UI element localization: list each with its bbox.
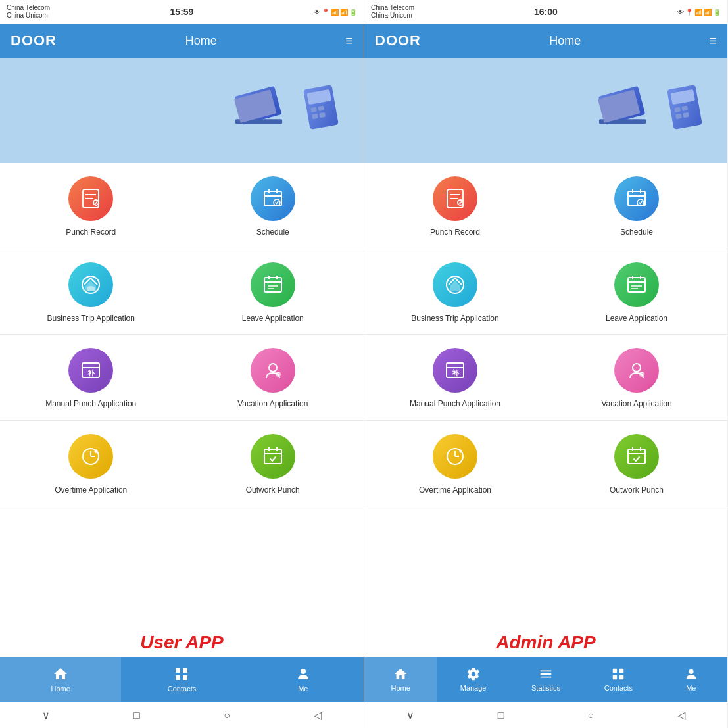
signal-icon: 📶 xyxy=(340,9,348,16)
svg-text:补: 补 xyxy=(451,369,460,377)
svg-rect-35 xyxy=(264,449,281,464)
leave-app-label-right: Leave Application xyxy=(606,314,667,324)
carrier2-right: China Unicom xyxy=(371,12,414,20)
menu-row-3-right: 补 Manual Punch Application Vacation Appl… xyxy=(364,335,727,421)
nav-statistics-right[interactable]: Statistics xyxy=(510,657,582,702)
signal-icons-right: 👁 📍 📶 📶 🔋 xyxy=(677,9,721,16)
circle-btn-right[interactable]: ○ xyxy=(588,710,595,721)
calc-icon-left xyxy=(298,84,344,130)
svg-rect-81 xyxy=(613,669,617,673)
signal-icon-r: 📶 xyxy=(704,9,712,16)
square-btn-right[interactable]: □ xyxy=(498,710,504,721)
wifi-icon-r: 📶 xyxy=(694,9,702,16)
nav-statistics-label-right: Statistics xyxy=(531,684,560,692)
banner-icons-left xyxy=(232,84,344,137)
leave-app-item-left[interactable]: Leave Application xyxy=(182,249,364,335)
menu-button-left[interactable]: ≡ xyxy=(345,34,353,49)
nav-home-right[interactable]: Home xyxy=(364,657,437,702)
menu-row-2-right: Business Trip Application Leave Applicat… xyxy=(364,249,727,335)
menu-row-3-left: 补 Manual Punch Application Vacation Appl… xyxy=(0,335,364,421)
nav-contacts-label-left: Contacts xyxy=(168,685,196,692)
left-phone: China Telecom China Unicom 15:59 👁 📍 📶 📶… xyxy=(0,0,364,728)
svg-rect-19 xyxy=(264,278,281,292)
location-icon-r: 📍 xyxy=(685,9,693,16)
laptop-icon-right xyxy=(596,84,655,137)
schedule-item-left[interactable]: Schedule xyxy=(182,163,364,249)
banner-icons-right xyxy=(596,84,708,137)
svg-rect-84 xyxy=(619,675,623,679)
admin-app-label: Admin APP xyxy=(364,628,727,657)
app-title-left: Home xyxy=(185,34,217,48)
nav-me-right[interactable]: Me xyxy=(655,657,727,702)
nav-contacts-left[interactable]: Contacts xyxy=(121,657,242,702)
menu-row-1-left: Punch Record Schedule xyxy=(0,163,364,249)
carrier-info-right: China Telecom China Unicom xyxy=(371,4,414,20)
nav-me-label-right: Me xyxy=(686,684,696,692)
menu-button-right[interactable]: ≡ xyxy=(709,34,717,49)
app-logo-right: DOOR xyxy=(375,32,421,49)
punch-record-item-right[interactable]: Punch Record xyxy=(364,163,546,249)
vacation-item-left[interactable]: Vacation Application xyxy=(182,335,364,420)
outwork-label-left: Outwork Punch xyxy=(246,485,300,496)
punch-record-item-left[interactable]: Punch Record xyxy=(0,163,182,249)
nav-home-left[interactable]: Home xyxy=(0,657,121,702)
time-right: 16:00 xyxy=(534,7,558,17)
schedule-item-right[interactable]: Schedule xyxy=(546,163,727,249)
outwork-icon-left xyxy=(251,434,295,479)
schedule-icon-right xyxy=(614,176,659,221)
nav-me-left[interactable]: Me xyxy=(243,657,364,702)
menu-row-4-right: Overtime Application Outwork Punch xyxy=(364,421,727,507)
triangle-btn-right[interactable]: ◁ xyxy=(677,709,685,721)
triangle-btn-left[interactable]: ◁ xyxy=(314,709,322,721)
nav-manage-right[interactable]: Manage xyxy=(437,657,509,702)
manual-punch-icon-left: 补 xyxy=(68,348,113,393)
nav-contacts-label-right: Contacts xyxy=(604,684,633,692)
overtime-icon-right xyxy=(433,434,477,479)
square-btn-left[interactable]: □ xyxy=(133,710,140,721)
menu-grid-left: Punch Record Schedule Business Trip Appl… xyxy=(0,163,364,628)
eye-icon-r: 👁 xyxy=(677,9,684,16)
carrier2-left: China Unicom xyxy=(7,12,50,20)
nav-contacts-right[interactable]: Contacts xyxy=(582,657,654,702)
battery-icon: 🔋 xyxy=(349,9,357,16)
app-header-right: DOOR Home ≡ xyxy=(364,24,727,58)
overtime-item-left[interactable]: Overtime Application xyxy=(0,421,182,506)
outwork-item-left[interactable]: Outwork Punch xyxy=(182,421,364,506)
svg-rect-40 xyxy=(183,668,187,673)
manual-punch-label-left: Manual Punch Application xyxy=(45,399,136,410)
menu-row-1-right: Punch Record Schedule xyxy=(364,163,727,249)
app-logo-left: DOOR xyxy=(11,32,57,49)
app-header-left: DOOR Home ≡ xyxy=(0,24,364,58)
manual-punch-item-right[interactable]: 补 Manual Punch Application xyxy=(364,335,546,420)
business-trip-label-right: Business Trip Application xyxy=(411,314,498,324)
circle-btn-left[interactable]: ○ xyxy=(224,710,230,721)
leave-app-item-right[interactable]: Leave Application xyxy=(546,249,727,335)
business-trip-item-left[interactable]: Business Trip Application xyxy=(0,249,182,335)
leave-app-icon-right xyxy=(614,262,659,307)
sys-nav-left: ∨ □ ○ ◁ xyxy=(0,702,364,728)
back-btn-left[interactable]: ∨ xyxy=(42,709,50,721)
vacation-label-right: Vacation Application xyxy=(601,399,671,410)
overtime-item-right[interactable]: Overtime Application xyxy=(364,421,546,506)
vacation-item-right[interactable]: Vacation Application xyxy=(546,335,727,420)
punch-record-label-right: Punch Record xyxy=(430,228,480,238)
leave-app-icon-left xyxy=(251,262,295,307)
user-app-label: User APP xyxy=(0,628,364,657)
menu-row-2-left: Business Trip Application Leave Applicat… xyxy=(0,249,364,335)
eye-icon: 👁 xyxy=(314,9,320,16)
overtime-label-left: Overtime Application xyxy=(55,485,127,496)
outwork-label-right: Outwork Punch xyxy=(610,485,664,496)
business-trip-item-right[interactable]: Business Trip Application xyxy=(364,249,546,335)
back-btn-right[interactable]: ∨ xyxy=(406,709,414,721)
calc-icon-right xyxy=(662,84,708,130)
banner-right xyxy=(364,58,727,163)
bottom-nav-left: Home Contacts Me xyxy=(0,657,364,702)
banner-left xyxy=(0,58,364,163)
manual-punch-icon-right: 补 xyxy=(433,348,477,393)
sys-nav-right: ∨ □ ○ ◁ xyxy=(364,702,727,728)
nav-me-label-left: Me xyxy=(298,685,308,692)
svg-point-28 xyxy=(269,364,277,372)
manual-punch-item-left[interactable]: 补 Manual Punch Application xyxy=(0,335,182,420)
outwork-item-right[interactable]: Outwork Punch xyxy=(546,421,727,506)
punch-record-icon-right xyxy=(433,176,477,221)
